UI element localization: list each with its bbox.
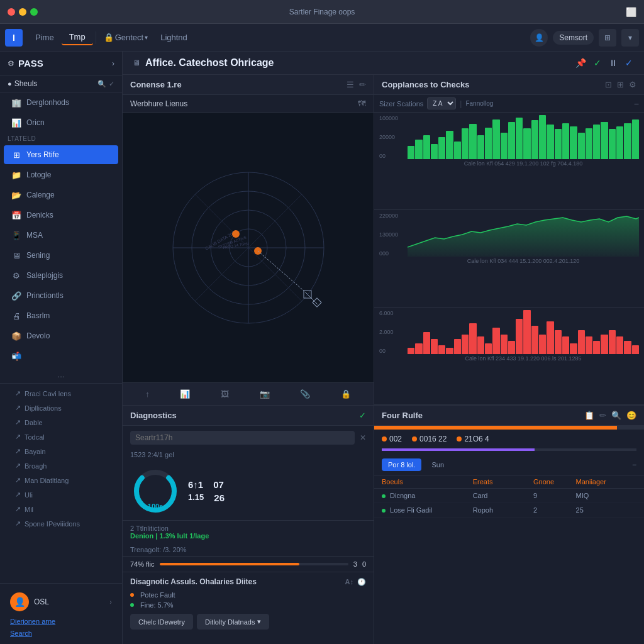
sidebar-user[interactable]: 👤 OSL › (5, 589, 117, 615)
sidebar-item-lotogle[interactable]: 📂 Calenge (4, 186, 118, 204)
device-icon: 📱 (11, 230, 21, 240)
sidebar-item-derglonhods[interactable]: 🏢 Derglonhods (4, 93, 118, 112)
map-toolbar: ↑ 📊 🖼 📷 📎 🔒 (123, 382, 374, 405)
text-icon[interactable]: A↕ (345, 578, 353, 586)
minimize-dot[interactable] (19, 8, 26, 16)
sidebar-item-denicks[interactable]: 📱 MSA (4, 226, 118, 245)
metric-1: 6↑1 (188, 479, 203, 490)
filter-toggle[interactable]: Fannollog (465, 100, 493, 107)
table-row-2[interactable]: Lose Fli Gadil Ropoh 2 25 (374, 503, 644, 518)
sidebar-item-sening[interactable]: ⚙ Saleplojgis (4, 266, 118, 285)
diag-title: Diagnostics (130, 411, 354, 420)
subitem-broagh[interactable]: ↗ Broagh (0, 458, 122, 473)
toolbar-camera-icon[interactable]: 📷 (256, 387, 274, 401)
pause-icon[interactable]: ⏸ (608, 57, 619, 69)
nav-item-gentect[interactable]: 🔒 Gentect ▾ (99, 30, 153, 45)
expand-icon[interactable]: ⊡ (605, 80, 612, 89)
x-label-2: Cale lon Kfl 034 444 15.1.200 002.4.201.… (408, 258, 639, 264)
bottom-link-2[interactable]: Search (10, 630, 32, 637)
nav-item-pime[interactable]: Pime (28, 30, 62, 45)
stat-item-2: 0016 22 (412, 435, 447, 443)
row1-col3: 9 (533, 492, 576, 499)
more-items[interactable]: ... (0, 366, 122, 383)
content-area: 🖥 Affice. Catechost Ohricage 📌 ✓ ⏸ ✓ Con… (123, 52, 644, 644)
settings2-icon[interactable]: ⚙ (629, 80, 636, 89)
tab-sun[interactable]: Sun (425, 458, 450, 471)
sidebar-item-devolo[interactable]: 📬 (4, 347, 118, 365)
col-header-1: Boeuls (382, 478, 473, 486)
search-icon[interactable]: 🔍 (97, 80, 106, 88)
subitem-spone[interactable]: ↗ Spone IPeviiidons (0, 516, 122, 531)
navbar-search-button[interactable]: 👤 (530, 29, 548, 47)
four-icon-2[interactable]: ✏ (599, 411, 606, 420)
navbar-dropdown-button[interactable]: ▾ (621, 29, 639, 47)
table-row-1[interactable]: Dicngna Card 9 MIQ (374, 489, 644, 503)
subitem-uli[interactable]: ↗ Uli (0, 487, 122, 502)
sidebar-item-oricn[interactable]: 📊 Oricn (4, 113, 118, 132)
navbar-user-button[interactable]: Semsort (553, 31, 594, 45)
four-icon-4[interactable]: 😊 (626, 411, 636, 420)
subitem-todcal[interactable]: ↗ Todcal (0, 430, 122, 444)
subitem-dipllications[interactable]: ↗ Dipllications (0, 401, 122, 415)
y-min-3: 00 (379, 348, 405, 354)
toolbar-lock-icon[interactable]: 🔒 (337, 387, 355, 401)
sidebar-item-basrlm[interactable]: 📦 Devolo (4, 326, 118, 345)
close-dot[interactable] (8, 8, 15, 16)
sidebar-item-calenge[interactable]: 📅 Denicks (4, 206, 118, 225)
clock-icon[interactable]: 🕐 (357, 578, 366, 586)
four-minus-icon[interactable]: − (632, 460, 636, 469)
link-icon: 🔗 (11, 291, 21, 301)
diag-progress-fill (160, 563, 299, 565)
calendar-icon: 📅 (11, 210, 21, 220)
console-title: Conense 1.re (130, 80, 341, 89)
tab-por-8-lol[interactable]: Por 8 lol. (382, 458, 421, 471)
sidebar-item-yers-rtife[interactable]: ⊞ Yers Rtife (4, 145, 118, 164)
fine-label: Fine: 5.7% (140, 601, 174, 609)
check-icon[interactable]: ✓ (592, 57, 602, 69)
ditlolty-button[interactable]: Ditlolty Dlatnads ▾ (197, 614, 269, 630)
subitem-bayain[interactable]: ↗ Bayain (0, 444, 122, 458)
toolbar-image-icon[interactable]: 🖼 (217, 387, 233, 401)
stat-dot-3 (457, 436, 462, 441)
subitem-dable[interactable]: ↗ Dable (0, 415, 122, 430)
diag-search-input[interactable] (130, 431, 355, 445)
toolbar-chart-icon[interactable]: 📊 (176, 387, 194, 401)
subitem-man[interactable]: ↗ Man Diatltlang (0, 473, 122, 487)
maximize-dot[interactable] (30, 8, 38, 16)
bottom-link-1[interactable]: Dierionen arne (10, 618, 55, 625)
four-icon-1[interactable]: 📋 (584, 411, 594, 420)
sidebar-item-msa[interactable]: 🖥 Sening (4, 246, 118, 265)
clear-icon[interactable]: ✕ (360, 433, 366, 442)
edit-icon[interactable]: ✏ (359, 80, 366, 89)
minus-icon[interactable]: − (634, 99, 639, 109)
filter-select[interactable]: Z A (427, 97, 456, 109)
sidebar-title: PASS (18, 58, 112, 69)
toolbar-clip-icon[interactable]: 📎 (296, 387, 314, 401)
sidebar-item-princtiontls[interactable]: 🖨 Basrlm (4, 306, 118, 325)
sidebar-sheuls-row: ● Sheuls 🔍 ✓ (0, 75, 122, 92)
four-icon-3[interactable]: 🔍 (611, 411, 621, 420)
subitem-rraci[interactable]: ↗ Rraci Cavi lens (0, 386, 122, 401)
toolbar-up-icon[interactable]: ↑ (142, 387, 153, 401)
map-icon[interactable]: 🗺 (358, 99, 366, 108)
main-layout: ⚙ PASS › ● Sheuls 🔍 ✓ 🏢 Derglonhods 📊 Or… (0, 52, 644, 644)
stat-dot-2 (412, 436, 417, 441)
metric-row-2: 1.15 26 (188, 492, 366, 503)
chevron-icon: ▾ (628, 33, 632, 42)
check2-icon[interactable]: ✓ (624, 57, 634, 69)
nav-item-lightnd[interactable]: Lightnd (153, 30, 195, 45)
pin-icon[interactable]: 📌 (574, 57, 587, 69)
sidebar-item-arcort[interactable]: 📁 Lotogle (4, 165, 118, 184)
diag-trend: Trenagolt: /3. 20% (123, 543, 374, 556)
sidebar-item-saleplojgis[interactable]: 🔗 Princtiontls (4, 286, 118, 305)
subitem-mil[interactable]: ↗ Mil (0, 502, 122, 516)
nav-item-tmp[interactable]: Tmp (62, 30, 93, 45)
stat-val-1: 002 (389, 435, 402, 443)
y-max-3: 6.000 (379, 310, 405, 316)
chelc-button[interactable]: Chelc lDewetry (130, 614, 193, 630)
navbar-grid-button[interactable]: ⊞ (599, 29, 616, 47)
avatar: 👤 (10, 592, 29, 611)
resize-icon[interactable]: ⊞ (617, 80, 624, 89)
sheuls-label[interactable]: Sheuls (14, 79, 95, 88)
list-icon[interactable]: ☰ (347, 80, 354, 89)
